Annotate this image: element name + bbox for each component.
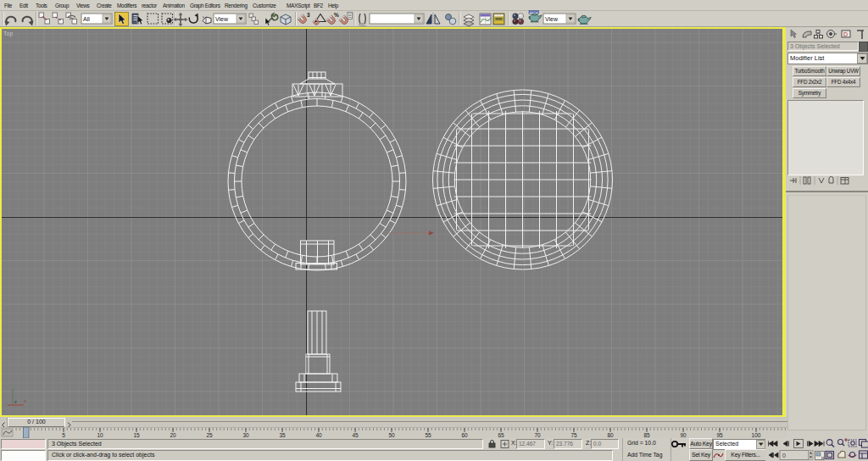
svg-text:65: 65 [498,432,504,438]
svg-text:All: All [83,16,90,22]
svg-text:90: 90 [680,432,687,438]
svg-text:z: z [14,399,17,404]
svg-text:30: 30 [242,432,249,438]
svg-text:85: 85 [643,432,650,438]
svg-text:5: 5 [62,432,65,438]
svg-text:View: View [215,16,229,22]
svg-text:35: 35 [279,432,286,438]
svg-text:Top: Top [3,31,13,37]
svg-text:D: D [843,31,848,37]
svg-text:25: 25 [206,432,213,438]
svg-text:0: 0 [782,453,786,458]
svg-text:55: 55 [425,432,431,438]
svg-text:x: x [24,398,26,403]
svg-text:15: 15 [133,432,140,438]
svg-text:95: 95 [716,432,723,438]
svg-text:100: 100 [752,432,761,438]
svg-text:45: 45 [352,432,359,438]
svg-text:75: 75 [570,432,577,438]
svg-text:40: 40 [315,432,322,438]
svg-text:%: % [334,12,339,18]
svg-text:70: 70 [534,432,541,438]
svg-text:50: 50 [388,432,395,438]
svg-text:80: 80 [607,432,614,438]
svg-text:60: 60 [461,432,468,438]
svg-text:10: 10 [97,432,103,438]
svg-text:3: 3 [307,12,310,18]
svg-text:View: View [545,16,559,22]
svg-text:ABC: ABC [359,23,367,27]
svg-text:20: 20 [170,432,176,438]
